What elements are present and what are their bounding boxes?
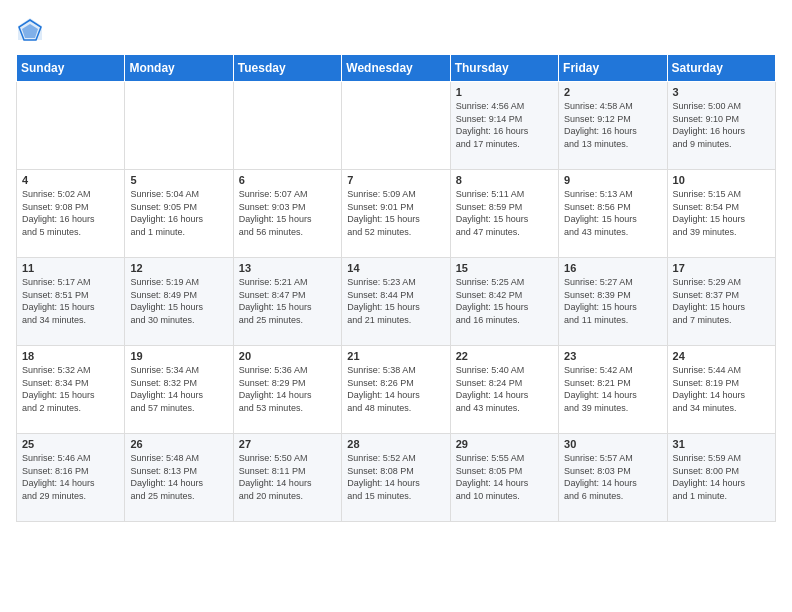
calendar-week-row: 18Sunrise: 5:32 AM Sunset: 8:34 PM Dayli…: [17, 346, 776, 434]
calendar-cell: 13Sunrise: 5:21 AM Sunset: 8:47 PM Dayli…: [233, 258, 341, 346]
calendar-cell: [233, 82, 341, 170]
calendar-cell: [342, 82, 450, 170]
day-content: Sunrise: 5:57 AM Sunset: 8:03 PM Dayligh…: [564, 452, 661, 502]
day-number: 10: [673, 174, 770, 186]
day-number: 1: [456, 86, 553, 98]
col-header-sunday: Sunday: [17, 55, 125, 82]
day-number: 25: [22, 438, 119, 450]
day-content: Sunrise: 5:19 AM Sunset: 8:49 PM Dayligh…: [130, 276, 227, 326]
calendar-week-row: 1Sunrise: 4:56 AM Sunset: 9:14 PM Daylig…: [17, 82, 776, 170]
day-content: Sunrise: 5:44 AM Sunset: 8:19 PM Dayligh…: [673, 364, 770, 414]
day-content: Sunrise: 4:56 AM Sunset: 9:14 PM Dayligh…: [456, 100, 553, 150]
day-content: Sunrise: 5:13 AM Sunset: 8:56 PM Dayligh…: [564, 188, 661, 238]
calendar-cell: 21Sunrise: 5:38 AM Sunset: 8:26 PM Dayli…: [342, 346, 450, 434]
calendar-cell: 10Sunrise: 5:15 AM Sunset: 8:54 PM Dayli…: [667, 170, 775, 258]
page-header: [16, 16, 776, 44]
day-number: 19: [130, 350, 227, 362]
day-number: 29: [456, 438, 553, 450]
day-number: 21: [347, 350, 444, 362]
calendar-cell: 30Sunrise: 5:57 AM Sunset: 8:03 PM Dayli…: [559, 434, 667, 522]
calendar-cell: 3Sunrise: 5:00 AM Sunset: 9:10 PM Daylig…: [667, 82, 775, 170]
col-header-monday: Monday: [125, 55, 233, 82]
calendar-cell: 14Sunrise: 5:23 AM Sunset: 8:44 PM Dayli…: [342, 258, 450, 346]
day-number: 3: [673, 86, 770, 98]
day-number: 9: [564, 174, 661, 186]
calendar-week-row: 11Sunrise: 5:17 AM Sunset: 8:51 PM Dayli…: [17, 258, 776, 346]
day-number: 11: [22, 262, 119, 274]
calendar-cell: [17, 82, 125, 170]
day-number: 2: [564, 86, 661, 98]
day-content: Sunrise: 5:02 AM Sunset: 9:08 PM Dayligh…: [22, 188, 119, 238]
day-number: 27: [239, 438, 336, 450]
calendar-week-row: 25Sunrise: 5:46 AM Sunset: 8:16 PM Dayli…: [17, 434, 776, 522]
calendar-cell: 2Sunrise: 4:58 AM Sunset: 9:12 PM Daylig…: [559, 82, 667, 170]
day-number: 28: [347, 438, 444, 450]
day-number: 8: [456, 174, 553, 186]
day-number: 6: [239, 174, 336, 186]
calendar-cell: 18Sunrise: 5:32 AM Sunset: 8:34 PM Dayli…: [17, 346, 125, 434]
day-content: Sunrise: 5:55 AM Sunset: 8:05 PM Dayligh…: [456, 452, 553, 502]
day-content: Sunrise: 5:48 AM Sunset: 8:13 PM Dayligh…: [130, 452, 227, 502]
calendar-cell: 6Sunrise: 5:07 AM Sunset: 9:03 PM Daylig…: [233, 170, 341, 258]
calendar-cell: 23Sunrise: 5:42 AM Sunset: 8:21 PM Dayli…: [559, 346, 667, 434]
day-content: Sunrise: 5:25 AM Sunset: 8:42 PM Dayligh…: [456, 276, 553, 326]
calendar-cell: 9Sunrise: 5:13 AM Sunset: 8:56 PM Daylig…: [559, 170, 667, 258]
day-content: Sunrise: 5:15 AM Sunset: 8:54 PM Dayligh…: [673, 188, 770, 238]
day-number: 26: [130, 438, 227, 450]
logo-icon: [16, 16, 44, 44]
day-number: 17: [673, 262, 770, 274]
day-content: Sunrise: 5:04 AM Sunset: 9:05 PM Dayligh…: [130, 188, 227, 238]
day-content: Sunrise: 5:27 AM Sunset: 8:39 PM Dayligh…: [564, 276, 661, 326]
calendar-cell: 29Sunrise: 5:55 AM Sunset: 8:05 PM Dayli…: [450, 434, 558, 522]
day-content: Sunrise: 5:23 AM Sunset: 8:44 PM Dayligh…: [347, 276, 444, 326]
calendar-week-row: 4Sunrise: 5:02 AM Sunset: 9:08 PM Daylig…: [17, 170, 776, 258]
col-header-friday: Friday: [559, 55, 667, 82]
calendar-cell: 11Sunrise: 5:17 AM Sunset: 8:51 PM Dayli…: [17, 258, 125, 346]
day-content: Sunrise: 5:46 AM Sunset: 8:16 PM Dayligh…: [22, 452, 119, 502]
day-content: Sunrise: 5:07 AM Sunset: 9:03 PM Dayligh…: [239, 188, 336, 238]
calendar-cell: 25Sunrise: 5:46 AM Sunset: 8:16 PM Dayli…: [17, 434, 125, 522]
day-number: 30: [564, 438, 661, 450]
day-content: Sunrise: 5:36 AM Sunset: 8:29 PM Dayligh…: [239, 364, 336, 414]
day-content: Sunrise: 5:09 AM Sunset: 9:01 PM Dayligh…: [347, 188, 444, 238]
day-number: 15: [456, 262, 553, 274]
day-content: Sunrise: 5:42 AM Sunset: 8:21 PM Dayligh…: [564, 364, 661, 414]
col-header-thursday: Thursday: [450, 55, 558, 82]
day-number: 5: [130, 174, 227, 186]
col-header-wednesday: Wednesday: [342, 55, 450, 82]
calendar-cell: 26Sunrise: 5:48 AM Sunset: 8:13 PM Dayli…: [125, 434, 233, 522]
day-content: Sunrise: 5:29 AM Sunset: 8:37 PM Dayligh…: [673, 276, 770, 326]
calendar-cell: 5Sunrise: 5:04 AM Sunset: 9:05 PM Daylig…: [125, 170, 233, 258]
day-content: Sunrise: 5:59 AM Sunset: 8:00 PM Dayligh…: [673, 452, 770, 502]
day-number: 18: [22, 350, 119, 362]
col-header-tuesday: Tuesday: [233, 55, 341, 82]
calendar-cell: 31Sunrise: 5:59 AM Sunset: 8:00 PM Dayli…: [667, 434, 775, 522]
day-number: 13: [239, 262, 336, 274]
calendar-cell: 8Sunrise: 5:11 AM Sunset: 8:59 PM Daylig…: [450, 170, 558, 258]
day-content: Sunrise: 5:40 AM Sunset: 8:24 PM Dayligh…: [456, 364, 553, 414]
calendar-cell: 22Sunrise: 5:40 AM Sunset: 8:24 PM Dayli…: [450, 346, 558, 434]
calendar-cell: 7Sunrise: 5:09 AM Sunset: 9:01 PM Daylig…: [342, 170, 450, 258]
day-number: 31: [673, 438, 770, 450]
day-number: 23: [564, 350, 661, 362]
day-number: 22: [456, 350, 553, 362]
day-number: 14: [347, 262, 444, 274]
day-content: Sunrise: 5:32 AM Sunset: 8:34 PM Dayligh…: [22, 364, 119, 414]
day-number: 4: [22, 174, 119, 186]
calendar-cell: 1Sunrise: 4:56 AM Sunset: 9:14 PM Daylig…: [450, 82, 558, 170]
calendar-cell: 12Sunrise: 5:19 AM Sunset: 8:49 PM Dayli…: [125, 258, 233, 346]
day-number: 12: [130, 262, 227, 274]
col-header-saturday: Saturday: [667, 55, 775, 82]
day-number: 7: [347, 174, 444, 186]
calendar-cell: 19Sunrise: 5:34 AM Sunset: 8:32 PM Dayli…: [125, 346, 233, 434]
calendar-cell: 15Sunrise: 5:25 AM Sunset: 8:42 PM Dayli…: [450, 258, 558, 346]
day-content: Sunrise: 4:58 AM Sunset: 9:12 PM Dayligh…: [564, 100, 661, 150]
day-number: 24: [673, 350, 770, 362]
day-content: Sunrise: 5:21 AM Sunset: 8:47 PM Dayligh…: [239, 276, 336, 326]
day-content: Sunrise: 5:11 AM Sunset: 8:59 PM Dayligh…: [456, 188, 553, 238]
day-number: 16: [564, 262, 661, 274]
day-content: Sunrise: 5:34 AM Sunset: 8:32 PM Dayligh…: [130, 364, 227, 414]
calendar-cell: 4Sunrise: 5:02 AM Sunset: 9:08 PM Daylig…: [17, 170, 125, 258]
day-content: Sunrise: 5:17 AM Sunset: 8:51 PM Dayligh…: [22, 276, 119, 326]
logo: [16, 16, 48, 44]
